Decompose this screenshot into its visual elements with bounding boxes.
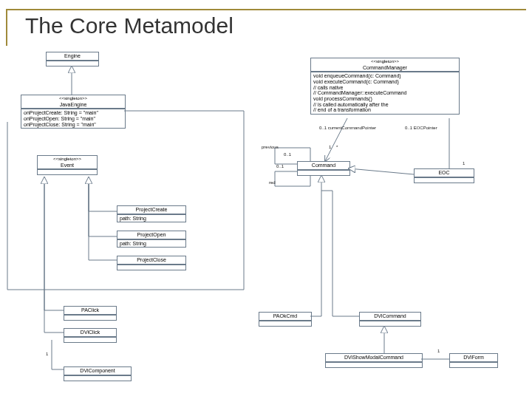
class-name: CommandManager	[311, 64, 459, 72]
class-name: JavaEngine	[21, 101, 125, 109]
class-name: ProjectCreate	[117, 206, 185, 214]
op: void executeCommand(c: Command)	[313, 79, 457, 85]
attr: onProjectOpen: String = "main"	[24, 116, 123, 122]
attr: onProjectCreate: String = "main"	[24, 110, 123, 116]
svg-line-4	[325, 118, 347, 161]
class-name: DViForm	[450, 354, 497, 362]
class-javaengine: <<singleton>> JavaEngine onProjectCreate…	[21, 95, 126, 129]
label-1: 1	[329, 145, 331, 149]
class-dviform: DViForm	[449, 353, 498, 368]
label-m01: 0..1	[284, 152, 291, 157]
class-name: DViClick	[64, 329, 116, 337]
label-currentptr: 0..1 currentCommandPointer	[319, 126, 376, 130]
class-name: DViShowModalCommand	[326, 354, 422, 362]
attr: path: String	[120, 216, 183, 222]
op: // end of a transformation	[313, 107, 457, 113]
stereotype: <<singleton>>	[38, 156, 97, 162]
class-name: PAOkCmd	[259, 313, 311, 321]
class-dvishowmodal: DViShowModalCommand	[325, 353, 423, 368]
slide-title: The Core Metamodel	[21, 13, 238, 38]
attr: onProjectClose: String = "main"	[24, 122, 123, 128]
op: void processCommands()	[313, 96, 457, 102]
class-name: DViComponent	[64, 367, 131, 375]
class-name: PAClick	[64, 307, 116, 315]
label-star: *	[336, 145, 338, 149]
class-dviclick: DViClick	[64, 328, 117, 343]
label-m01b: 0..1	[276, 164, 284, 168]
class-name: ProjectOpen	[117, 231, 185, 239]
label-previous: previous	[262, 145, 279, 149]
class-name: Engine	[47, 52, 98, 61]
attr: path: String	[120, 241, 183, 247]
class-name: EOC	[415, 169, 474, 177]
op: // is called automatically after the	[313, 102, 457, 108]
label-1b: 1	[463, 161, 465, 166]
op: void enqueueCommand(c: Command)	[313, 73, 457, 79]
class-projectclose: ProjectClose	[117, 256, 186, 270]
class-name: Command	[298, 162, 349, 170]
class-name: ProjectClose	[117, 256, 185, 265]
op: // calls native	[313, 85, 457, 91]
class-projectopen: ProjectOpen path: String	[117, 231, 186, 248]
class-name: DViCommand	[360, 313, 420, 321]
class-projectcreate: ProjectCreate path: String	[117, 205, 186, 222]
class-engine: Engine	[46, 52, 99, 66]
label-red: red	[269, 180, 276, 185]
class-eoc: EOC	[414, 168, 474, 183]
label-1d: 1	[46, 352, 48, 356]
op: // CommandManager::executeCommand	[313, 90, 457, 96]
stereotype: <<singleton>>	[311, 58, 459, 64]
class-paclick: PAClick	[64, 306, 117, 321]
stereotype: <<singleton>>	[21, 95, 125, 101]
class-dvcomponent: DViComponent	[64, 366, 132, 381]
class-paokcmd: PAOkCmd	[259, 312, 312, 327]
class-dvicommand: DViCommand	[359, 312, 421, 327]
class-command: Command	[297, 161, 350, 176]
svg-line-6	[349, 168, 414, 174]
label-1c: 1	[437, 349, 440, 353]
class-commandmanager: <<singleton>> CommandManager void enqueu…	[310, 58, 460, 115]
class-event: <<singleton>> Event	[37, 155, 98, 175]
class-name: Event	[38, 162, 97, 170]
label-eocptr: 0..1 EOCPointer	[405, 126, 437, 130]
